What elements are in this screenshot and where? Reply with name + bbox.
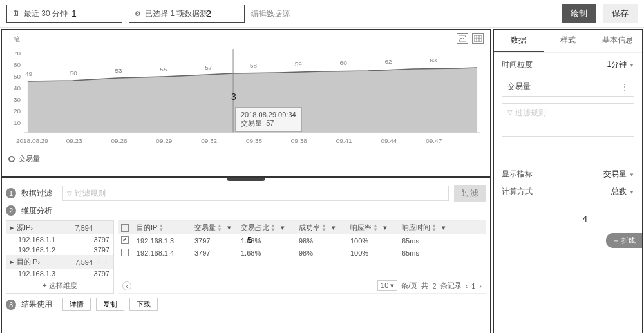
analysis-table: 目的IP▲▼ 交易量▲▼▾ 交易占比▲▼▾ 成功率▲▼▾ 响应率▲▼▾ 响应时间… bbox=[118, 220, 486, 294]
result-section-label: 结果使用 bbox=[21, 299, 57, 310]
svg-text:30: 30 bbox=[14, 96, 21, 103]
svg-text:58: 58 bbox=[250, 62, 258, 69]
dim-dest-ip-header[interactable]: ▸ 目的IP› 7,594 ⋮⋮ bbox=[6, 255, 113, 269]
funnel-icon bbox=[67, 189, 72, 198]
svg-text:50: 50 bbox=[14, 73, 21, 80]
filter-input[interactable]: 过滤规则 bbox=[62, 186, 449, 201]
svg-text:09:38: 09:38 bbox=[291, 137, 307, 144]
dim-row[interactable]: 192.168.1.13797 bbox=[6, 234, 113, 245]
draw-button[interactable]: 绘制 bbox=[562, 4, 596, 23]
drag-handle-icon[interactable]: ⋮⋮ bbox=[95, 224, 109, 232]
svg-text:63: 63 bbox=[430, 57, 437, 64]
svg-text:59: 59 bbox=[295, 61, 303, 68]
row-checkbox[interactable] bbox=[121, 236, 129, 244]
svg-text:10: 10 bbox=[14, 119, 21, 126]
data-source-selector[interactable]: 已选择 1 项数据源 2 bbox=[129, 5, 245, 23]
calc-method-label: 计算方式 bbox=[502, 186, 533, 197]
svg-text:09:32: 09:32 bbox=[201, 137, 217, 144]
svg-text:70: 70 bbox=[14, 50, 21, 57]
col-ratio[interactable]: 交易占比▲▼▾ bbox=[241, 223, 299, 233]
dimension-panel: ▸ 源IP› 7,594 ⋮⋮ 192.168.1.13797 192.168.… bbox=[6, 220, 114, 294]
show-metric-select[interactable]: 交易量▼ bbox=[603, 169, 634, 180]
edit-source-link[interactable]: 编辑数据源 bbox=[251, 8, 290, 19]
svg-text:09:26: 09:26 bbox=[111, 137, 128, 144]
add-dimension-button[interactable]: + 选择维度 bbox=[6, 279, 113, 292]
filter-button[interactable]: 过滤 bbox=[454, 185, 486, 202]
granularity-label: 时间粒度 bbox=[502, 59, 533, 70]
expand-icon[interactable]: ▸ bbox=[10, 258, 14, 266]
pager-back-icon[interactable]: ‹ bbox=[122, 281, 131, 290]
section-3-badge: 3 bbox=[6, 300, 16, 310]
section-2-badge: 2 bbox=[6, 205, 16, 216]
tab-style[interactable]: 样式 bbox=[544, 30, 593, 52]
svg-text:09:23: 09:23 bbox=[66, 137, 82, 144]
step-4-marker: 4 bbox=[583, 214, 587, 224]
svg-text:2018.08.29: 2018.08.29 bbox=[16, 137, 48, 144]
image-view-icon[interactable] bbox=[457, 33, 468, 44]
show-metric-label: 显示指标 bbox=[502, 169, 533, 180]
col-dest-ip[interactable]: 目的IP▲▼ bbox=[137, 223, 194, 233]
col-volume[interactable]: 交易量▲▼▾ bbox=[194, 223, 241, 233]
svg-text:09:35: 09:35 bbox=[246, 137, 262, 144]
funnel-icon bbox=[507, 108, 513, 117]
svg-text:57: 57 bbox=[205, 64, 213, 71]
pager-next[interactable]: › bbox=[479, 282, 482, 290]
row-checkbox[interactable] bbox=[121, 249, 129, 256]
calendar-icon bbox=[12, 9, 20, 18]
metric-more-icon[interactable]: ⋮ bbox=[621, 82, 629, 91]
time-range-selector[interactable]: 最近 30 分钟 1 bbox=[6, 5, 122, 23]
calc-method-select[interactable]: 总数▼ bbox=[611, 186, 634, 197]
dim-source-ip-header[interactable]: ▸ 源IP› 7,594 ⋮⋮ bbox=[6, 221, 113, 234]
step-5-marker: 5 bbox=[247, 235, 252, 245]
source-icon bbox=[135, 9, 141, 18]
right-filter-input[interactable]: 过滤规则 bbox=[502, 103, 634, 137]
granularity-select[interactable]: 1分钟▼ bbox=[607, 59, 634, 70]
legend-marker-icon bbox=[8, 156, 15, 162]
dim-row[interactable]: 192.168.1.33797 bbox=[6, 269, 113, 279]
add-line-series-button[interactable]: ＋ 折线 bbox=[606, 233, 642, 248]
tab-info[interactable]: 基本信息 bbox=[592, 30, 642, 52]
detail-button[interactable]: 详情 bbox=[62, 298, 91, 311]
copy-button[interactable]: 复制 bbox=[96, 298, 124, 311]
tab-data[interactable]: 数据 bbox=[494, 30, 544, 52]
col-success[interactable]: 成功率▲▼▾ bbox=[299, 223, 350, 233]
drag-handle-icon[interactable]: ⋮⋮ bbox=[95, 258, 109, 266]
svg-text:09:41: 09:41 bbox=[336, 137, 352, 144]
chart-legend: 交易量 bbox=[2, 154, 490, 164]
line-chart[interactable]: 笔 706050 40302010 495053 555758 59606263… bbox=[2, 30, 490, 152]
section-1-badge: 1 bbox=[6, 188, 16, 198]
grid-view-icon[interactable] bbox=[472, 33, 484, 44]
download-button[interactable]: 下载 bbox=[129, 298, 158, 311]
page-size-select[interactable]: 10 ▾ bbox=[377, 280, 397, 291]
svg-text:53: 53 bbox=[115, 67, 123, 74]
col-response-time[interactable]: 响应时间▲▼▾ bbox=[402, 223, 460, 233]
svg-text:55: 55 bbox=[160, 66, 167, 73]
svg-text:49: 49 bbox=[25, 70, 33, 77]
svg-text:62: 62 bbox=[384, 58, 392, 65]
dim-row[interactable]: 192.168.1.23797 bbox=[6, 245, 113, 255]
svg-text:60: 60 bbox=[14, 61, 21, 68]
svg-text:09:44: 09:44 bbox=[381, 137, 397, 144]
step-3-marker: 3 bbox=[231, 91, 236, 102]
svg-text:60: 60 bbox=[340, 59, 348, 66]
pager-prev[interactable]: ‹ bbox=[466, 282, 468, 290]
metric-chip[interactable]: 交易量 ⋮ bbox=[502, 77, 634, 97]
select-all-checkbox[interactable] bbox=[121, 224, 129, 232]
filter-section-label: 数据过滤 bbox=[21, 188, 57, 199]
table-row[interactable]: 192.168.1.3 3797 1.68% 98% 100% 65ms bbox=[118, 234, 486, 247]
svg-text:09:47: 09:47 bbox=[426, 137, 442, 144]
col-response-rate[interactable]: 响应率▲▼▾ bbox=[350, 223, 402, 233]
svg-text:40: 40 bbox=[14, 84, 21, 91]
svg-text:09:29: 09:29 bbox=[156, 137, 172, 144]
chart-tooltip: 2018.08.29 09:34 交易量: 57 bbox=[235, 107, 302, 132]
save-button[interactable]: 保存 bbox=[603, 4, 638, 23]
table-row[interactable]: 192.168.1.4 3797 1.68% 98% 100% 65ms bbox=[118, 247, 486, 260]
svg-text:20: 20 bbox=[14, 108, 21, 115]
step-1-marker: 1 bbox=[71, 8, 77, 19]
svg-text:50: 50 bbox=[70, 70, 78, 77]
analysis-section-label: 维度分析 bbox=[21, 205, 57, 216]
chart-panel: 笔 706050 40302010 495053 555758 59606263… bbox=[2, 30, 490, 178]
expand-icon[interactable]: ▸ bbox=[10, 224, 14, 232]
source-label: 已选择 1 项数据源 bbox=[145, 8, 207, 19]
step-2-marker: 2 bbox=[206, 8, 211, 19]
